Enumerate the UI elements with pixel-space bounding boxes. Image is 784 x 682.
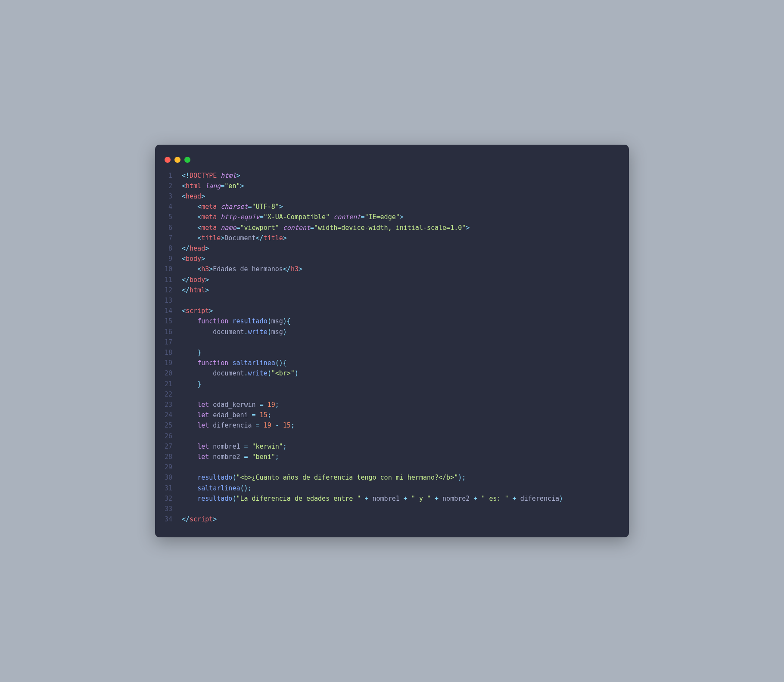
fn-saltarlinea: saltarlinea — [232, 359, 275, 367]
title-text: Document — [224, 234, 255, 242]
script-close: script — [190, 515, 213, 523]
editor-window: 1 2 3 4 5 6 7 8 9 10 11 12 13 14 15 16 1… — [155, 145, 629, 538]
doctype-value: html — [221, 172, 236, 180]
body-open: body — [186, 255, 201, 263]
close-icon[interactable] — [165, 157, 171, 163]
code-area: 1 2 3 4 5 6 7 8 9 10 11 12 13 14 15 16 1… — [155, 170, 629, 525]
h3-text: Edades de hermanos — [213, 265, 283, 273]
code-content[interactable]: <!DOCTYPE html> <html lang="en"> <head> … — [182, 170, 563, 525]
script-open: script — [186, 307, 209, 315]
doctype-keyword: DOCTYPE — [190, 172, 217, 180]
body-close: body — [190, 276, 205, 284]
minimize-icon[interactable] — [174, 157, 180, 163]
fn-resultado: resultado — [232, 317, 267, 325]
gutter: 1 2 3 4 5 6 7 8 9 10 11 12 13 14 15 16 1… — [165, 170, 182, 525]
head-open: head — [186, 192, 201, 200]
html-open: html — [186, 182, 201, 190]
title-bar — [155, 153, 629, 170]
maximize-icon[interactable] — [184, 157, 190, 163]
head-close: head — [190, 245, 205, 252]
html-close: html — [190, 286, 205, 294]
